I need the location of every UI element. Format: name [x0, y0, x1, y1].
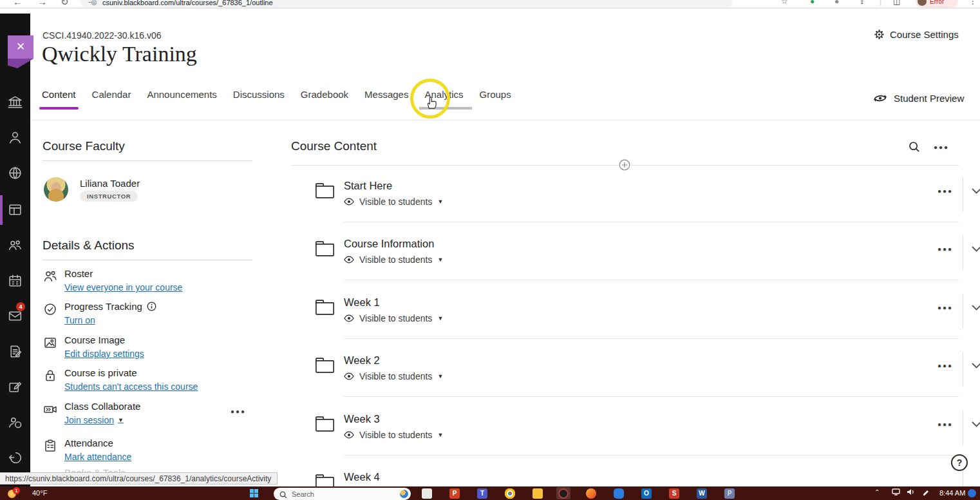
taskbar-app-file-explorer[interactable]	[532, 488, 543, 499]
toolbar-divider: |	[880, 0, 881, 6]
details-item-progress-tracking: Progress Tracking Turn on	[42, 301, 255, 326]
folder-title[interactable]: Course Information	[344, 238, 434, 250]
bookmark-star-icon[interactable]: ☆	[781, 0, 788, 6]
activity-stream-icon[interactable]	[7, 165, 23, 181]
organizations-icon[interactable]	[7, 237, 23, 253]
join-session-link[interactable]: Join session▼	[64, 415, 124, 425]
browser-forward-icon[interactable]: →	[37, 0, 47, 7]
taskbar-clock[interactable]: 8:44 AM	[939, 489, 965, 497]
browser-back-icon[interactable]: ←	[13, 0, 23, 7]
folder-menu-button[interactable]: ●●●	[938, 304, 953, 311]
folder-menu-button[interactable]: ●●●	[938, 362, 953, 369]
weather-temp[interactable]: 40°F	[32, 489, 47, 497]
expand-chevron-icon[interactable]	[971, 360, 980, 372]
tab-groups[interactable]: Groups	[479, 89, 511, 115]
weather-widget[interactable]: 1	[8, 487, 19, 499]
instructor-avatar[interactable]	[44, 177, 68, 202]
taskbar-app-notepad[interactable]	[422, 488, 432, 499]
tab-discussions[interactable]: Discussions	[233, 89, 285, 115]
taskbar-app-firefox[interactable]	[586, 488, 596, 499]
start-button[interactable]	[250, 489, 259, 498]
taskbar-app-outlook[interactable]: O	[641, 488, 652, 499]
visibility-dropdown[interactable]: Visible to students▼	[344, 371, 443, 381]
taskbar-search[interactable]: Search	[274, 488, 411, 500]
add-content-button[interactable]	[619, 159, 630, 171]
info-icon[interactable]	[147, 302, 156, 311]
taskbar-app-people[interactable]: P	[724, 488, 735, 499]
progress-tracking-link[interactable]: Turn on	[64, 315, 95, 325]
courses-icon[interactable]	[7, 202, 23, 218]
taskbar-app-recorder-active[interactable]	[558, 488, 569, 499]
expand-chevron-icon[interactable]	[971, 419, 980, 430]
calendar-icon[interactable]	[7, 273, 23, 289]
tray-pen-icon[interactable]	[922, 488, 930, 497]
mark-attendance-link[interactable]: Mark attendance	[64, 452, 131, 462]
tab-analytics[interactable]: Analytics	[424, 89, 463, 115]
tab-messages[interactable]: Messages	[364, 89, 408, 115]
visibility-dropdown[interactable]: Visible to students▼	[344, 430, 443, 440]
extension-icon-2[interactable]: ●	[834, 0, 839, 6]
help-button[interactable]: ?	[951, 454, 968, 471]
share-icon[interactable]: ⇪	[859, 0, 865, 6]
taskbar-app-powerpoint[interactable]: P	[449, 488, 460, 499]
tab-announcements[interactable]: Announcements	[147, 89, 216, 115]
tray-show-hidden-icons[interactable]: ⌃	[874, 488, 880, 495]
taskbar-app-snagit[interactable]: S	[669, 488, 679, 499]
expand-chevron-icon[interactable]	[971, 302, 980, 314]
folder-menu-button[interactable]: ●●●	[938, 188, 953, 195]
search-icon	[279, 490, 287, 500]
messages-badge: 4	[16, 302, 25, 311]
course-settings-button[interactable]: Course Settings	[874, 29, 959, 40]
tools-icon[interactable]	[7, 379, 23, 395]
folder-menu-button[interactable]: ●●●	[938, 245, 953, 253]
expand-chevron-icon[interactable]	[971, 186, 980, 197]
sign-out-icon[interactable]	[7, 450, 23, 466]
folder-title[interactable]: Week 3	[344, 413, 380, 425]
folder-menu-button[interactable]: ●●●	[938, 421, 953, 428]
expand-chevron-icon[interactable]	[971, 244, 980, 255]
student-preview-button[interactable]: Student Preview	[872, 93, 964, 104]
search-icon[interactable]	[909, 141, 920, 155]
notification-bell[interactable]	[968, 489, 976, 497]
taskbar-app-chrome[interactable]	[505, 488, 515, 499]
course-title: Qwickly Training	[42, 42, 197, 66]
folder-title[interactable]: Start Here	[344, 180, 392, 192]
browser-profile-chip[interactable]: Error	[916, 0, 958, 8]
tray-volume-icon[interactable]	[907, 488, 915, 497]
chevron-down-icon: ▼	[118, 417, 124, 423]
course-content-menu-button[interactable]: ●●●	[934, 144, 949, 151]
roster-link[interactable]: View everyone in your course	[64, 282, 182, 293]
visibility-dropdown[interactable]: Visible to students▼	[344, 255, 443, 265]
active-nav-indicator	[0, 195, 3, 225]
taskbar-app-chat[interactable]	[614, 488, 624, 499]
browser-menu-icon[interactable]: ⋮	[969, 0, 977, 6]
tray-network-icon[interactable]	[892, 488, 900, 497]
visibility-dropdown[interactable]: Visible to students▼	[344, 313, 443, 323]
tab-content[interactable]: Content	[42, 89, 76, 115]
address-url[interactable]: csuniv.blackboard.com/ultra/courses/_678…	[102, 0, 273, 6]
site-info-icon[interactable]: −◎	[88, 0, 97, 6]
taskbar-app-word[interactable]: W	[697, 488, 707, 499]
student-preview-icon	[872, 93, 888, 104]
grades-icon[interactable]	[7, 343, 23, 360]
folder-title[interactable]: Week 1	[344, 296, 380, 309]
institution-page-icon[interactable]	[7, 94, 23, 110]
tab-gradebook[interactable]: Gradebook	[301, 89, 348, 115]
visibility-dropdown[interactable]: Visible to students▼	[344, 197, 443, 207]
collaborate-menu-button[interactable]: ●●●	[231, 408, 246, 415]
taskbar-app-teams[interactable]: T	[477, 488, 487, 499]
row-divider	[344, 280, 959, 280]
folder-title[interactable]: Week 4	[344, 471, 380, 483]
assist-icon[interactable]	[7, 414, 23, 430]
folder-title[interactable]: Week 2	[344, 354, 380, 367]
browser-reload-icon[interactable]: ↻	[61, 0, 69, 8]
check-circle-icon	[42, 302, 58, 317]
address-bar[interactable]: −◎ csuniv.blackboard.com/ultra/courses/_…	[80, 0, 732, 8]
close-panel-tag[interactable]: ✕	[8, 35, 33, 59]
extension-icon[interactable]: ●	[810, 0, 815, 6]
profile-icon[interactable]	[7, 130, 23, 146]
side-panel-icon[interactable]: ◫	[893, 0, 900, 6]
course-image-link[interactable]: Edit display settings	[64, 349, 144, 359]
course-private-link[interactable]: Students can't access this course	[64, 381, 198, 392]
tab-calendar[interactable]: Calendar	[92, 89, 131, 115]
